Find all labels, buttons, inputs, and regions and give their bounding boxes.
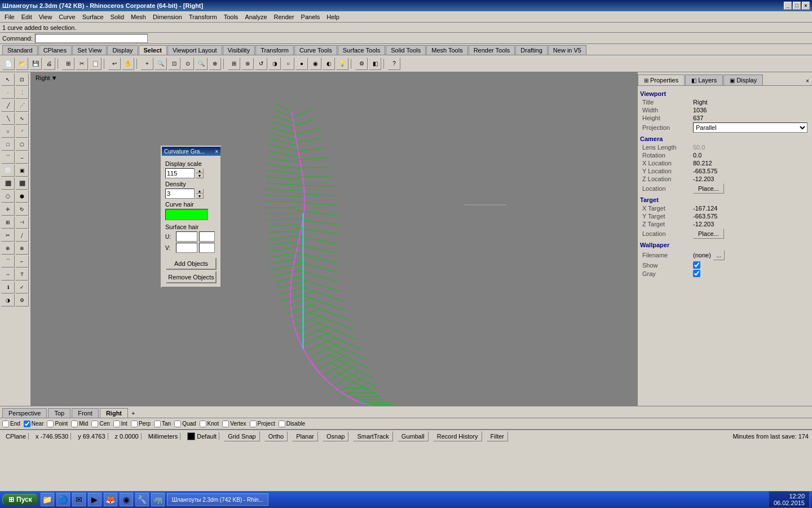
toolbar-paste[interactable]: 📋	[89, 58, 102, 70]
vp-add-tab-btn[interactable]: +	[129, 409, 137, 418]
taskbar-icon-mail[interactable]: ✉	[72, 493, 86, 506]
toolbar-shade2[interactable]: ●	[295, 58, 308, 70]
toolbar-help[interactable]: ?	[388, 58, 400, 70]
command-input[interactable]	[35, 34, 148, 43]
snap-near[interactable]	[24, 421, 30, 427]
toolbar-material[interactable]: ◐	[323, 58, 335, 70]
left-tool-polyline[interactable]: ╲	[1, 112, 15, 125]
left-tool-rotate[interactable]: ↻	[15, 203, 29, 216]
left-tool-mirror[interactable]: ⊣	[15, 216, 29, 229]
left-tool-rect[interactable]: □	[1, 138, 15, 151]
snap-quad[interactable]	[174, 421, 181, 427]
left-tool-scale[interactable]: ⊞	[1, 216, 15, 229]
snap-cen[interactable]	[91, 421, 98, 427]
prop-value-cam-loc[interactable]: Place...	[691, 183, 810, 194]
gray-checkbox[interactable]	[693, 270, 700, 277]
title-bar-controls[interactable]: _ □ ×	[784, 2, 810, 10]
toolbar-cut[interactable]: ✂	[76, 58, 88, 70]
toolbar-copy-viewport[interactable]: ⊞	[62, 58, 74, 70]
left-tool-chamfer[interactable]: ⌐	[15, 255, 29, 268]
toolbar-zoom-sel[interactable]: ⊙	[182, 58, 194, 70]
snap-vertex[interactable]	[222, 421, 229, 427]
prop-value-show[interactable]	[691, 261, 810, 269]
toolbar-orbit[interactable]: ↺	[255, 58, 267, 70]
taskbar-icon-explorer[interactable]: 📁	[41, 493, 54, 506]
tab-standard[interactable]: Standard	[2, 45, 38, 55]
density-up[interactable]: ▲	[196, 189, 204, 194]
curve-hair-color[interactable]	[165, 209, 208, 220]
menu-surface[interactable]: Surface	[79, 12, 107, 21]
menu-curve[interactable]: Curve	[55, 12, 78, 21]
display-scale-up[interactable]: ▲	[196, 168, 204, 173]
snap-end[interactable]	[2, 421, 9, 427]
add-objects-btn[interactable]: Add Objects	[166, 257, 217, 270]
toolbar-save[interactable]: 💾	[29, 58, 42, 70]
snap-tan[interactable]	[154, 421, 161, 427]
menu-render[interactable]: Render	[271, 12, 298, 21]
tab-cplanes[interactable]: CPlanes	[38, 45, 72, 55]
left-tool-point[interactable]: ·	[1, 86, 15, 99]
ortho-btn[interactable]: Ortho	[264, 431, 288, 441]
snap-perp[interactable]	[131, 421, 138, 427]
tab-viewport-layout[interactable]: Viewport Layout	[167, 45, 222, 55]
menu-panels[interactable]: Panels	[298, 12, 324, 21]
left-tool-text[interactable]: T	[15, 268, 29, 281]
snap-int[interactable]	[113, 421, 120, 427]
left-tool-solid2[interactable]: ⬢	[15, 190, 29, 203]
left-tool-select[interactable]: ↖	[1, 73, 15, 86]
toolbar-zoom-box[interactable]: ⊡	[168, 58, 180, 70]
curvature-close-btn[interactable]: ×	[215, 148, 218, 155]
remove-objects-btn[interactable]: Remove Objects	[166, 271, 217, 283]
vp-tab-right[interactable]: Right	[100, 408, 128, 418]
left-tool-split[interactable]: ⧸	[15, 229, 29, 242]
filename-browse-btn[interactable]: ...	[713, 250, 725, 260]
toolbar-wire[interactable]: ○	[282, 58, 294, 70]
left-tool-solid[interactable]: ⬡	[1, 190, 15, 203]
left-tool-explode[interactable]: ⊗	[15, 242, 29, 255]
tab-select[interactable]: Select	[139, 45, 167, 55]
toolbar-open[interactable]: 📂	[16, 58, 28, 70]
left-tool-extrude2[interactable]: ⬛	[15, 177, 29, 190]
projection-select[interactable]: Parallel Perspective	[693, 122, 807, 133]
menu-view[interactable]: View	[36, 12, 56, 21]
grid-snap-btn[interactable]: Grid Snap	[224, 431, 260, 441]
prop-value-gray[interactable]	[691, 269, 810, 278]
toolbar-snap[interactable]: ⊛	[241, 58, 254, 70]
tab-layers[interactable]: ◧ Layers	[685, 75, 723, 85]
menu-tools[interactable]: Tools	[220, 12, 242, 21]
taskbar-icon-browser[interactable]: 🔵	[56, 493, 70, 506]
toolbar-zoom-all[interactable]: 🔍	[195, 58, 208, 70]
toolbar-shade[interactable]: ◑	[268, 58, 281, 70]
menu-help[interactable]: Help	[323, 12, 343, 21]
tgt-place-btn[interactable]: Place...	[693, 229, 724, 239]
smart-track-btn[interactable]: SmartTrack	[353, 431, 392, 441]
menu-edit[interactable]: Edit	[18, 12, 36, 21]
left-tool-points[interactable]: ⁚	[15, 86, 29, 99]
snap-disable[interactable]	[279, 421, 285, 427]
left-tool-check[interactable]: ✓	[15, 281, 29, 294]
left-tool-curve2[interactable]: ⌣	[15, 151, 29, 164]
density-input[interactable]	[165, 189, 195, 199]
v-color-input[interactable]	[199, 243, 215, 253]
tab-mesh-tools[interactable]: Mesh Tools	[426, 45, 467, 55]
toolbar-undo[interactable]: ↩	[108, 58, 121, 70]
snap-project[interactable]	[250, 421, 257, 427]
toolbar-layer[interactable]: ◧	[369, 58, 381, 70]
cam-place-btn[interactable]: Place...	[693, 183, 724, 194]
tab-curve-tools[interactable]: Curve Tools	[294, 45, 337, 55]
gumball-btn[interactable]: Gumball	[398, 431, 429, 441]
taskbar-icon-chrome[interactable]: ◉	[120, 493, 133, 506]
display-scale-down[interactable]: ▼	[196, 173, 204, 178]
left-tool-polygon[interactable]: ⬡	[15, 138, 29, 151]
tab-render-tools[interactable]: Render Tools	[469, 45, 515, 55]
record-history-btn[interactable]: Record History	[433, 431, 482, 441]
menu-analyze[interactable]: Analyze	[241, 12, 270, 21]
taskbar-icon-media[interactable]: ▶	[88, 493, 102, 506]
minimize-btn[interactable]: _	[784, 2, 792, 10]
left-tool-lines[interactable]: ⋰	[15, 99, 29, 112]
osnap-btn[interactable]: Osnap	[323, 431, 348, 441]
taskbar-icon-rhino[interactable]: 🦏	[151, 493, 165, 506]
display-scale-input[interactable]	[165, 168, 195, 178]
left-tool-line[interactable]: ╱	[1, 99, 15, 112]
filter-btn[interactable]: Filter	[487, 431, 508, 441]
